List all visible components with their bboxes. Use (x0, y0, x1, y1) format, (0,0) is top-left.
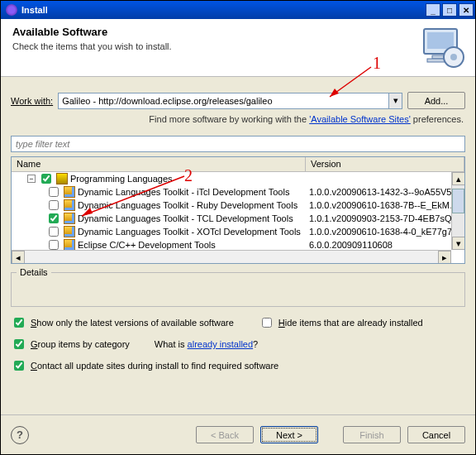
col-version[interactable]: Version (306, 157, 464, 171)
item-label: Eclipse C/C++ Development Tools (78, 240, 216, 250)
available-sites-link[interactable]: 'Available Software Sites' (309, 114, 411, 124)
finish-button[interactable]: Finish (343, 426, 401, 443)
back-button[interactable]: < Back (196, 426, 254, 443)
item-checkbox[interactable] (49, 240, 59, 250)
item-checkbox[interactable] (49, 213, 59, 223)
tree-item-row[interactable]: Dynamic Languages Toolkit - Ruby Develop… (12, 199, 464, 212)
window-title: Install (21, 5, 48, 15)
details-legend: Details (17, 267, 51, 277)
category-icon (56, 173, 68, 184)
item-checkbox[interactable] (49, 200, 59, 210)
page-title: Available Software (12, 26, 464, 38)
scroll-up-icon[interactable]: ▴ (452, 172, 465, 185)
opt-show-latest[interactable]: Show only the latest versions of availab… (11, 315, 234, 330)
scroll-thumb[interactable] (452, 189, 464, 213)
item-version: 1.0.0.v20090610-1638-7B--E_EkMO… (307, 200, 463, 210)
titlebar: Install _ □ ✕ (1, 1, 475, 19)
item-label: Dynamic Languages Toolkit - TCL Developm… (78, 213, 293, 223)
feature-icon (64, 226, 75, 237)
item-version: 1.0.0.v20090610-1638-4-0_kE77g7… (307, 227, 463, 237)
item-version: 6.0.0.200909110608 (307, 240, 463, 250)
eclipse-icon (6, 4, 17, 16)
maximize-button[interactable]: □ (442, 3, 457, 17)
next-button[interactable]: Next > (260, 426, 318, 443)
item-label: Dynamic Languages Toolkit - Ruby Develop… (78, 200, 298, 210)
opt-group-category[interactable]: Group items by category (11, 337, 130, 352)
workwith-input[interactable] (59, 93, 388, 108)
table-body[interactable]: − Programming Languages Dynamic Language… (12, 172, 464, 250)
tree-item-row[interactable]: Dynamic Languages Toolkit - iTcl Develop… (12, 185, 464, 199)
already-installed-link[interactable]: already installed (188, 339, 254, 349)
page-subtitle: Check the items that you wish to install… (12, 41, 464, 51)
item-checkbox[interactable] (49, 227, 59, 237)
item-checkbox[interactable] (49, 187, 59, 197)
feature-icon (64, 186, 75, 198)
collapse-icon[interactable]: − (27, 175, 36, 183)
tree-item-row[interactable]: Dynamic Languages Toolkit - XOTcl Develo… (12, 225, 464, 238)
svg-rect-1 (427, 32, 454, 49)
feature-icon (64, 199, 75, 211)
details-group: Details (11, 272, 465, 307)
item-version: 1.0.1.v20090903-2153-7D-4EB7sQS… (307, 213, 463, 223)
v-scrollbar[interactable]: ▴ ▾ (451, 172, 464, 250)
tree-group-row[interactable]: − Programming Languages (12, 172, 464, 185)
h-scrollbar[interactable]: ◂ ▸ (12, 250, 451, 263)
col-name[interactable]: Name (12, 157, 306, 171)
tree-item-row[interactable]: Eclipse C/C++ Development Tools6.0.0.200… (12, 238, 464, 250)
wizard-footer: ? < Back Next > Finish Cancel (1, 414, 475, 454)
opt-contact-all[interactable]: Contact all update sites during install … (11, 358, 278, 373)
filter-input[interactable] (11, 136, 465, 152)
software-table: Name Version − Programming Languages Dyn… (11, 156, 465, 264)
minimize-button[interactable]: _ (426, 3, 440, 17)
group-checkbox[interactable] (41, 174, 51, 184)
item-label: Dynamic Languages Toolkit - XOTcl Develo… (78, 227, 301, 237)
whatis-text: What is already installed? (155, 339, 258, 349)
cancel-button[interactable]: Cancel (407, 426, 465, 443)
feature-icon (64, 239, 75, 250)
tree-item-row[interactable]: Dynamic Languages Toolkit - TCL Developm… (12, 212, 464, 225)
item-label: Dynamic Languages Toolkit - iTcl Develop… (78, 187, 289, 197)
group-label: Programming Languages (70, 174, 173, 184)
workwith-row: Work with: ▾ Add... (11, 92, 465, 109)
scroll-down-icon[interactable]: ▾ (452, 237, 465, 250)
opt-hide-installed[interactable]: Hide items that are already installed (259, 315, 423, 330)
dropdown-icon[interactable]: ▾ (388, 93, 402, 108)
findmore-text: Find more software by working with the '… (12, 114, 464, 124)
svg-point-5 (450, 54, 457, 60)
item-version: 1.0.0.v20090613-1432-3--9oA55V5L… (307, 187, 463, 197)
help-icon[interactable]: ? (11, 426, 29, 444)
table-header: Name Version (12, 157, 464, 172)
scroll-right-icon[interactable]: ▸ (438, 251, 451, 264)
scroll-left-icon[interactable]: ◂ (12, 251, 25, 264)
page-header: Available Software Check the items that … (1, 19, 475, 77)
feature-icon (64, 213, 75, 224)
workwith-label: Work with: (11, 96, 53, 106)
install-icon (421, 24, 467, 70)
workwith-combo[interactable]: ▾ (58, 93, 402, 109)
add-button[interactable]: Add... (407, 92, 465, 109)
close-button[interactable]: ✕ (459, 3, 474, 17)
